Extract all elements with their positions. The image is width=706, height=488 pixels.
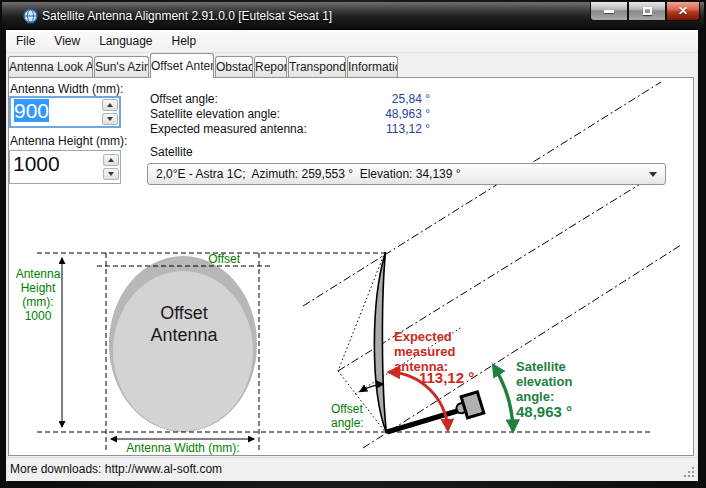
- tab-suns-azimuth[interactable]: Sun's Azimuth: [94, 56, 149, 77]
- maximize-icon: [643, 7, 652, 15]
- close-icon: ✕: [678, 5, 688, 17]
- antenna-height-input[interactable]: 1000: [9, 150, 121, 184]
- minimize-icon: [604, 10, 614, 13]
- tab-obstacles[interactable]: Obstacles: [215, 56, 253, 77]
- height-spin-up-button[interactable]: [103, 154, 119, 166]
- front-dish-title-line2: Antenna: [150, 325, 218, 345]
- expected-angle-value: 113,12 °: [419, 369, 474, 386]
- antenna-width-value[interactable]: 900: [14, 99, 49, 122]
- front-dish-title-line1: Offset: [160, 303, 208, 323]
- window-title: Satellite Antenna Alignment 2.91.0.0 [Eu…: [42, 9, 332, 23]
- satellite-selected-option: 2,0°E - Astra 1C; Azimuth: 259,553 ° Ele…: [148, 167, 649, 181]
- satellite-elevation-label: Satellite elevation angle:: [150, 107, 280, 121]
- title-bar[interactable]: Satellite Antenna Alignment 2.91.0.0 [Eu…: [2, 2, 704, 30]
- front-height-label-line4: 1000: [25, 309, 52, 323]
- front-dish-inner: [113, 271, 253, 431]
- lnb-arm: [387, 409, 464, 432]
- width-spin-down-button[interactable]: [102, 113, 118, 125]
- status-downloads-text: More downloads: http://www.al-soft.com: [10, 462, 222, 476]
- app-globe-icon: [22, 8, 39, 25]
- menu-view[interactable]: View: [45, 31, 89, 51]
- offset-angle-value: 25,84 °: [340, 92, 430, 106]
- menu-bar: File View Language Help: [6, 30, 698, 53]
- offset-angle-label: Offset angle:: [150, 92, 218, 106]
- close-button[interactable]: ✕: [666, 2, 700, 21]
- maximize-button[interactable]: [628, 2, 666, 21]
- side-offset-angle-label-line2: angle:: [331, 416, 364, 430]
- front-height-label-line1: Antenna: [16, 267, 61, 281]
- elevation-label-line1: Satellite: [516, 359, 566, 374]
- expected-measured-value: 113,12 °: [340, 122, 430, 136]
- front-offset-label: Offset: [208, 252, 240, 266]
- elevation-label-line2: elevation: [516, 374, 572, 389]
- menu-language[interactable]: Language: [90, 31, 161, 51]
- chevron-down-icon: [649, 172, 657, 177]
- lnb: [453, 392, 483, 420]
- elevation-angle-arc: [493, 365, 513, 431]
- tab-report[interactable]: Report: [254, 56, 287, 77]
- satellite-label: Satellite: [150, 145, 193, 159]
- signal-ray-middle: [338, 168, 666, 371]
- arrow-down-icon: [107, 117, 113, 121]
- height-spin-down-button[interactable]: [103, 168, 119, 180]
- satellite-elevation-value: 48,963 °: [340, 107, 430, 121]
- expected-label-line2: measured: [394, 344, 455, 359]
- front-width-label: Antenna Width (mm):: [126, 441, 239, 455]
- elevation-label-line3: angle:: [516, 389, 554, 404]
- menu-help[interactable]: Help: [163, 31, 206, 51]
- side-offset-angle-label-line1: Offset: [331, 402, 363, 416]
- expected-measured-label: Expected measured antenna:: [150, 122, 307, 136]
- antenna-height-value[interactable]: 1000: [10, 151, 103, 183]
- arrow-up-icon: [108, 158, 114, 162]
- arrow-up-icon: [107, 103, 113, 107]
- tab-offset-antenna[interactable]: Offset Antenna: [150, 53, 214, 78]
- resize-grip-icon[interactable]: [692, 475, 694, 477]
- antenna-height-label: Antenna Height (mm):: [10, 134, 127, 148]
- antenna-width-label: Antenna Width (mm):: [10, 82, 123, 96]
- satellite-select[interactable]: 2,0°E - Astra 1C; Azimuth: 259,553 ° Ele…: [147, 163, 666, 185]
- width-spin-up-button[interactable]: [102, 99, 118, 111]
- app-window: Satellite Antenna Alignment 2.91.0.0 [Eu…: [0, 0, 706, 488]
- antenna-width-input[interactable]: 900: [9, 96, 121, 128]
- tab-information[interactable]: Information: [347, 56, 398, 77]
- front-height-label-line2: Height: [21, 281, 56, 295]
- arrow-down-icon: [108, 172, 114, 176]
- status-bar: More downloads: http://www.al-soft.com: [6, 457, 698, 481]
- menu-file[interactable]: File: [7, 31, 44, 51]
- tab-transponders[interactable]: Transponders: [288, 56, 346, 77]
- elevation-angle-value: 48,963 °: [516, 403, 572, 420]
- expected-label-line1: Expected: [394, 329, 452, 344]
- tab-antenna-look-angles[interactable]: Antenna Look Angles: [8, 56, 93, 77]
- minimize-button[interactable]: [590, 2, 628, 21]
- front-height-label-line3: (mm):: [22, 295, 53, 309]
